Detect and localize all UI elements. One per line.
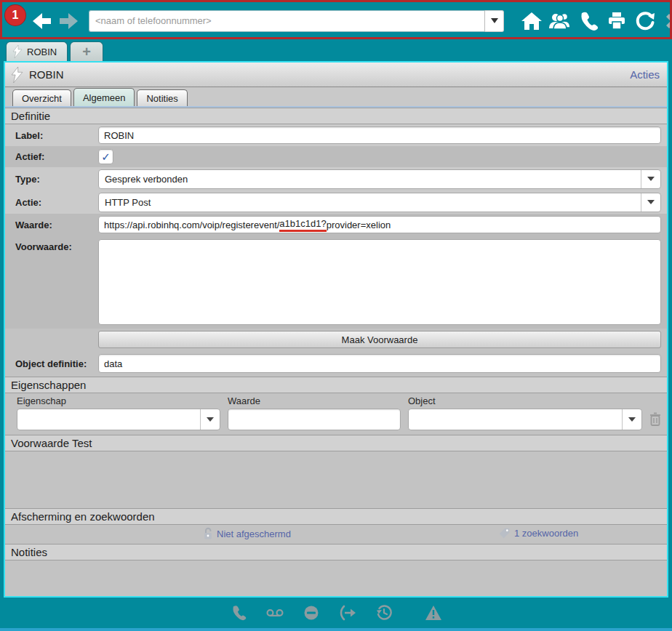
detail-tabs: Overzicht Algemeen Notities xyxy=(5,87,667,108)
voorwaarde-row: Voorwaarde: xyxy=(5,236,667,329)
unlock-icon xyxy=(203,527,213,540)
object-definitie-input[interactable] xyxy=(98,354,661,373)
window-tab-robin[interactable]: ROBIN xyxy=(6,41,68,61)
back-icon[interactable] xyxy=(32,10,52,32)
actief-row: Actief: ✓ xyxy=(5,146,667,167)
window-tab-label: ROBIN xyxy=(27,47,57,57)
window-tabstrip: ROBIN + xyxy=(0,41,672,61)
actie-select-value: HTTP Post xyxy=(99,197,641,208)
add-tab-label: + xyxy=(82,44,91,60)
toolbar-icons xyxy=(520,9,672,33)
eigenschappen-input-row xyxy=(5,406,667,435)
actie-field-label: Actie: xyxy=(15,197,98,208)
close-icon[interactable] xyxy=(662,9,672,33)
actief-checkbox[interactable]: ✓ xyxy=(98,149,113,164)
type-field-label: Type: xyxy=(15,174,98,185)
url-suffix: provider=xelion xyxy=(327,220,391,230)
type-select[interactable]: Gesprek verbonden xyxy=(98,169,661,189)
actie-select[interactable]: HTTP Post xyxy=(98,193,661,212)
section-definitie: Definitie xyxy=(5,108,667,124)
waarde-input[interactable]: https://api.robinhq.com/voip/registereve… xyxy=(98,216,661,233)
afscherming-row: Niet afgeschermd 1 zoekwoorden xyxy=(5,525,667,544)
eigenschap-select[interactable] xyxy=(17,409,220,430)
eigenschap-waarde-input[interactable] xyxy=(228,409,401,430)
maak-voorwaarde-row: Maak Voorwaarde xyxy=(5,329,667,350)
forward-icon[interactable] xyxy=(58,10,79,32)
xelion-window: 1 xyxy=(0,0,672,631)
maak-voorwaarde-button[interactable]: Maak Voorwaarde xyxy=(98,331,661,348)
privacy-link-label: Niet afgeschermd xyxy=(217,528,291,539)
section-eigenschappen: Eigenschappen xyxy=(5,377,667,393)
col-object: Object xyxy=(408,395,661,406)
top-toolbar xyxy=(0,0,672,41)
page-header: ROBIN Acties xyxy=(5,63,667,87)
eigenschappen-column-headers: Eigenschap Waarde Object xyxy=(5,393,667,406)
url-highlighted-segment: a1b1c1d1? xyxy=(279,218,326,232)
section-voorwaarde-test: Voorwaarde Test xyxy=(5,435,667,451)
section-afscherming: Afscherming en zoekwoorden xyxy=(5,508,667,525)
chevron-down-icon[interactable] xyxy=(641,170,660,188)
main-content: ROBIN Acties Overzicht Algemeen Notities… xyxy=(4,61,668,598)
waarde-row: Waarde: https://api.robinhq.com/voip/reg… xyxy=(5,214,667,236)
notities-body xyxy=(5,560,667,596)
refresh-icon[interactable] xyxy=(633,9,657,33)
chevron-down-icon[interactable] xyxy=(622,409,641,430)
tab-notities[interactable]: Notities xyxy=(137,89,187,106)
add-tab-button[interactable]: + xyxy=(70,41,103,61)
dnd-icon[interactable] xyxy=(302,603,321,622)
checkmark-icon: ✓ xyxy=(101,150,111,164)
search-input[interactable] xyxy=(89,10,484,32)
trash-icon[interactable] xyxy=(649,412,661,427)
bottom-toolbar xyxy=(0,598,672,628)
phone-icon[interactable] xyxy=(577,9,600,33)
chevron-down-icon[interactable] xyxy=(641,193,660,212)
object-definitie-label: Object definitie: xyxy=(15,358,98,369)
voicemail-icon[interactable] xyxy=(265,603,284,622)
voorwaarde-test-body xyxy=(5,451,667,508)
actief-field-label: Actief: xyxy=(15,151,98,162)
page-title: ROBIN xyxy=(29,68,64,81)
search-bar xyxy=(89,10,504,32)
tab-overzicht[interactable]: Overzicht xyxy=(12,89,71,106)
type-select-value: Gesprek verbonden xyxy=(99,174,641,185)
acties-link[interactable]: Acties xyxy=(630,68,660,81)
printer-icon[interactable] xyxy=(605,9,628,33)
section-notities: Notities xyxy=(5,544,667,560)
history-icon[interactable] xyxy=(375,603,393,622)
window-bottom-edge xyxy=(0,628,672,631)
lightning-icon xyxy=(12,45,23,58)
keywords-link[interactable]: 1 zoekwoorden xyxy=(498,527,578,539)
label-field-label: Label: xyxy=(15,130,98,141)
voorwaarde-field-label: Voorwaarde: xyxy=(15,239,98,252)
users-icon[interactable] xyxy=(548,9,572,33)
actie-row: Actie: HTTP Post xyxy=(5,190,667,214)
label-row: Label: xyxy=(5,124,667,146)
tag-icon xyxy=(498,527,511,539)
chevron-down-icon[interactable] xyxy=(200,409,220,430)
tab-algemeen[interactable]: Algemeen xyxy=(73,88,135,106)
lightning-icon xyxy=(11,66,23,84)
privacy-link[interactable]: Niet afgeschermd xyxy=(203,527,291,540)
voorwaarde-textarea[interactable] xyxy=(98,239,661,325)
warning-icon[interactable] xyxy=(424,603,443,622)
col-eigenschap: Eigenschap xyxy=(17,395,228,406)
search-dropdown-icon[interactable] xyxy=(484,10,504,32)
object-select[interactable] xyxy=(408,409,642,430)
phone-icon[interactable] xyxy=(229,603,248,622)
object-definitie-row: Object definitie: xyxy=(5,350,667,377)
annotation-step-badge: 1 xyxy=(5,5,25,25)
keywords-link-label: 1 zoekwoorden xyxy=(514,528,578,539)
url-prefix: https://api.robinhq.com/voip/registereve… xyxy=(104,220,279,230)
home-icon[interactable] xyxy=(520,9,543,33)
col-waarde: Waarde xyxy=(228,395,408,406)
label-input[interactable] xyxy=(98,126,661,144)
waarde-field-label: Waarde: xyxy=(15,220,98,230)
call-forward-icon[interactable] xyxy=(338,603,357,622)
type-row: Type: Gesprek verbonden xyxy=(5,167,667,190)
